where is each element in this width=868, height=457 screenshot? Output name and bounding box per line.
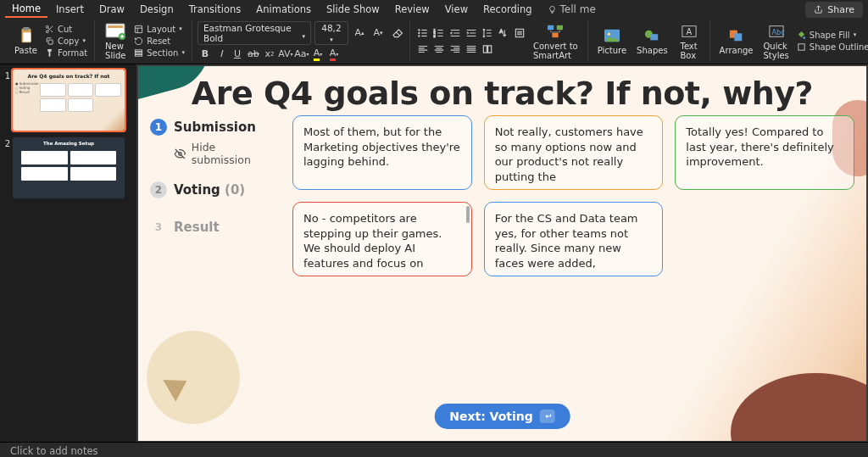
increase-font-button[interactable]: A▴ (352, 26, 367, 40)
format-painter-button[interactable]: Format (43, 47, 89, 59)
font-size-select[interactable]: 48,2 ▾ (314, 21, 348, 45)
slide-title[interactable]: Are Q4 goals on track? If not, why? (138, 66, 866, 115)
cut-button[interactable]: Cut (43, 24, 89, 35)
tab-view[interactable]: View (438, 2, 475, 17)
layout-button[interactable]: Layout▾ (132, 24, 186, 35)
arrange-button[interactable]: Arrange (715, 25, 758, 56)
new-slide-icon (104, 22, 126, 41)
italic-button[interactable]: I (214, 47, 229, 61)
tell-me-search[interactable]: Tell me (548, 3, 596, 15)
share-icon (814, 5, 823, 14)
svg-text:Abc: Abc (771, 27, 784, 36)
font-name-select[interactable]: Eastman Grotesque Bold ▾ (198, 21, 311, 45)
svg-point-15 (419, 35, 420, 36)
svg-rect-11 (136, 52, 142, 53)
tab-home[interactable]: Home (5, 1, 47, 18)
subscript-button[interactable]: x2 (262, 47, 277, 61)
line-spacing-icon (481, 27, 493, 39)
step-submission[interactable]: 1 Submission (150, 119, 277, 136)
copy-button[interactable]: Copy▾ (43, 36, 89, 47)
slide-thumbnail-2[interactable]: The Amazing Setup (13, 137, 125, 198)
reset-icon (134, 36, 143, 46)
font-color-button[interactable]: A▾ (326, 47, 342, 61)
next-button[interactable]: Next: Voting (434, 404, 570, 429)
columns-button[interactable] (480, 42, 495, 56)
smartart-icon (544, 22, 566, 41)
ribbon-tabs: Home Insert Draw Design Transitions Anim… (0, 0, 868, 19)
underline-button[interactable]: U (230, 47, 245, 61)
reset-button[interactable]: Reset (132, 36, 186, 47)
tab-recording[interactable]: Recording (476, 2, 539, 17)
submission-card[interactable]: Totally yes! Compared to last year, ther… (675, 115, 854, 190)
svg-point-34 (803, 36, 805, 39)
strike-button[interactable]: ab (246, 47, 261, 61)
submission-card[interactable]: Most of them, but for the Marketing obje… (292, 115, 472, 190)
slide-canvas[interactable]: Are Q4 goals on track? If not, why? 1 Su… (136, 64, 868, 442)
shape-outline-button[interactable]: Shape Outline▾ (795, 42, 868, 53)
shapes-button[interactable]: Shapes (632, 25, 672, 56)
submission-card[interactable]: For the CS and Data team yes, for other … (484, 202, 664, 276)
justify-button[interactable] (464, 42, 479, 56)
quick-styles-icon: Abc (765, 22, 787, 41)
hide-submission-button[interactable]: Hide submission (174, 141, 277, 166)
picture-button[interactable]: Picture (593, 25, 631, 56)
submission-card[interactable]: Not really, customers have so many optio… (484, 115, 664, 190)
picture-icon (601, 26, 623, 45)
paste-button[interactable]: Paste (10, 25, 42, 56)
align-text-button[interactable] (512, 26, 527, 40)
font-group: Eastman Grotesque Bold ▾ 48,2 ▾ A▴ A▾ B … (192, 20, 410, 61)
paste-icon (15, 26, 37, 45)
clear-format-button[interactable] (389, 26, 404, 40)
share-button[interactable]: Share (805, 2, 863, 18)
numbering-button[interactable]: 123 (431, 26, 447, 40)
text-box-button[interactable]: A Text Box (674, 21, 704, 61)
increase-indent-button[interactable] (464, 26, 479, 40)
decrease-font-button[interactable]: A▾ (370, 26, 386, 40)
new-slide-button[interactable]: New Slide (100, 21, 131, 61)
line-spacing-button[interactable] (480, 26, 495, 40)
steps-sidebar: 1 Submission Hide submission 2 Voting (0… (150, 115, 277, 276)
svg-point-3 (46, 25, 48, 28)
text-box-icon: A (678, 22, 700, 41)
text-direction-button[interactable]: A (496, 26, 511, 40)
highlight-button[interactable]: A▾ (310, 47, 326, 61)
share-label: Share (827, 4, 854, 15)
tab-slideshow[interactable]: Slide Show (320, 2, 387, 17)
tab-animations[interactable]: Animations (249, 2, 318, 17)
svg-rect-10 (136, 49, 142, 51)
convert-smartart-button[interactable]: Convert to SmartArt (529, 21, 582, 61)
quick-styles-label: Quick Styles (763, 42, 788, 60)
decrease-indent-button[interactable] (448, 26, 463, 40)
step-result[interactable]: 3 Result (150, 219, 277, 236)
submission-card[interactable]: No - competitors are stepping up their g… (292, 202, 472, 276)
align-center-button[interactable] (431, 42, 447, 56)
clipboard-group: Paste Cut Copy▾ Format (5, 20, 95, 61)
notes-pane[interactable]: Click to add notes (0, 442, 868, 457)
svg-rect-7 (108, 25, 123, 28)
layout-icon (134, 25, 143, 34)
bold-button[interactable]: B (198, 47, 213, 61)
shape-fill-button[interactable]: Shape Fill▾ (795, 30, 868, 41)
tell-me-label: Tell me (560, 3, 596, 15)
tab-transitions[interactable]: Transitions (182, 2, 248, 17)
char-spacing-button[interactable]: AV▾ (278, 47, 293, 61)
section-button[interactable]: Section▾ (132, 47, 186, 59)
align-left-button[interactable] (415, 42, 431, 56)
bullets-button[interactable] (415, 26, 431, 40)
thumbnail-panel: 1 Are Q4 goals on track? If not ● Submis… (0, 64, 136, 442)
svg-rect-35 (798, 43, 804, 49)
paragraph-group: 123 A Convert to SmartArt (410, 20, 588, 61)
align-right-button[interactable] (448, 42, 463, 56)
tab-review[interactable]: Review (388, 2, 437, 17)
step-voting[interactable]: 2 Voting (0) (150, 181, 277, 198)
tab-design[interactable]: Design (133, 2, 181, 17)
slide-thumbnail-1[interactable]: Are Q4 goals on track? If not ● Submissi… (13, 70, 125, 131)
tab-draw[interactable]: Draw (92, 2, 131, 17)
svg-rect-21 (548, 25, 554, 29)
quick-styles-button[interactable]: Abc Quick Styles (759, 21, 793, 61)
svg-point-4 (46, 30, 48, 32)
change-case-button[interactable]: Aa▾ (294, 47, 309, 61)
tab-insert[interactable]: Insert (49, 2, 91, 17)
svg-rect-22 (557, 25, 563, 29)
scissors-icon (45, 25, 54, 34)
